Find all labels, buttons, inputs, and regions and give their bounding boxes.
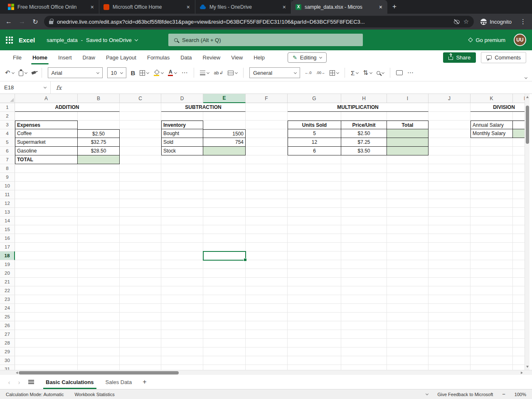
- ribbon-tab-formulas[interactable]: Formulas: [142, 50, 175, 64]
- comments-button[interactable]: Comments: [481, 52, 526, 63]
- cell-J16[interactable]: [429, 234, 470, 243]
- editing-mode-button[interactable]: ✎ Editing: [288, 52, 327, 63]
- cell-A7[interactable]: TOTAL: [15, 155, 78, 164]
- column-header-J[interactable]: J: [429, 94, 470, 103]
- horizontal-scrollbar[interactable]: [0, 370, 532, 375]
- cell-A1[interactable]: ADDITION: [15, 103, 120, 112]
- cell-F22[interactable]: [246, 286, 288, 295]
- autosum-button[interactable]: Σ: [351, 69, 358, 76]
- column-header-I[interactable]: I: [387, 94, 429, 103]
- cell-J1[interactable]: [429, 103, 470, 112]
- cell-C14[interactable]: [120, 217, 161, 225]
- row-header-6[interactable]: 6: [0, 147, 15, 155]
- cell-C9[interactable]: [120, 173, 161, 182]
- cell-C13[interactable]: [120, 208, 161, 217]
- cell-J6[interactable]: [429, 147, 470, 155]
- cell-C15[interactable]: [120, 225, 161, 234]
- cell-E19[interactable]: [203, 260, 246, 269]
- cell-K31[interactable]: [470, 365, 513, 370]
- column-header-L[interactable]: L: [513, 94, 525, 103]
- cell-J30[interactable]: [429, 356, 470, 365]
- cell-G28[interactable]: [288, 339, 341, 347]
- cell-G13[interactable]: [288, 208, 341, 217]
- cell-K27[interactable]: [470, 330, 513, 339]
- cell-D1[interactable]: SUBTRACTION: [161, 103, 246, 112]
- ribbon-tab-home[interactable]: Home: [27, 50, 53, 64]
- cell-G17[interactable]: [288, 243, 341, 251]
- cell-H15[interactable]: [341, 225, 387, 234]
- column-header-F[interactable]: F: [246, 94, 288, 103]
- row-header-7[interactable]: 7: [0, 155, 15, 164]
- cell-L11[interactable]: [513, 190, 525, 199]
- cell-C5[interactable]: [120, 138, 161, 147]
- cell-B19[interactable]: [78, 260, 120, 269]
- address-bar[interactable]: onedrive.live.com/edit.aspx?cid=d63bcf55…: [44, 16, 474, 27]
- cell-D31[interactable]: [161, 365, 203, 370]
- row-header-9[interactable]: 9: [0, 173, 15, 182]
- cell-D10[interactable]: [161, 182, 203, 190]
- row-header-4[interactable]: 4: [0, 129, 15, 138]
- cell-F13[interactable]: [246, 208, 288, 217]
- zoom-out-button[interactable]: −: [502, 391, 505, 397]
- cell-I10[interactable]: [387, 182, 429, 190]
- row-header-19[interactable]: 19: [0, 260, 15, 269]
- cell-E3[interactable]: [203, 121, 246, 129]
- cell-I24[interactable]: [387, 304, 429, 313]
- cell-H4[interactable]: $2.50: [341, 129, 387, 138]
- cell-E15[interactable]: [203, 225, 246, 234]
- cell-B16[interactable]: [78, 234, 120, 243]
- cell-F8[interactable]: [246, 164, 288, 173]
- cell-G23[interactable]: [288, 295, 341, 304]
- cell-L27[interactable]: [513, 330, 525, 339]
- chevron-down-icon[interactable]: [135, 37, 138, 41]
- cell-I9[interactable]: [387, 173, 429, 182]
- cell-J17[interactable]: [429, 243, 470, 251]
- cell-E30[interactable]: [203, 356, 246, 365]
- cell-A16[interactable]: [15, 234, 78, 243]
- cell-C18[interactable]: [120, 251, 161, 260]
- cell-L20[interactable]: [513, 269, 525, 278]
- row-header-8[interactable]: 8: [0, 164, 15, 173]
- cell-H9[interactable]: [341, 173, 387, 182]
- cell-K16[interactable]: [470, 234, 513, 243]
- cell-E27[interactable]: [203, 330, 246, 339]
- cell-C16[interactable]: [120, 234, 161, 243]
- cell-B8[interactable]: [78, 164, 120, 173]
- cell-A9[interactable]: [15, 173, 78, 182]
- zoom-level[interactable]: 100%: [515, 392, 526, 397]
- cell-A13[interactable]: [15, 208, 78, 217]
- cell-E5[interactable]: 754: [203, 138, 246, 147]
- cell-L25[interactable]: [513, 313, 525, 321]
- cell-A31[interactable]: [15, 365, 78, 370]
- row-header-31[interactable]: 31: [0, 365, 15, 370]
- more-font-options-button[interactable]: ⋯: [181, 69, 188, 76]
- row-header-10[interactable]: 10: [0, 182, 15, 190]
- cell-G5[interactable]: 12: [288, 138, 341, 147]
- cell-A15[interactable]: [15, 225, 78, 234]
- cell-K18[interactable]: [470, 251, 513, 260]
- cell-H17[interactable]: [341, 243, 387, 251]
- cell-L28[interactable]: [513, 339, 525, 347]
- ribbon-tab-draw[interactable]: Draw: [77, 50, 101, 64]
- cell-J3[interactable]: [429, 121, 470, 129]
- row-header-16[interactable]: 16: [0, 234, 15, 243]
- next-sheet-button[interactable]: ›: [14, 379, 24, 386]
- scroll-down-icon[interactable]: [526, 366, 529, 368]
- cell-C17[interactable]: [120, 243, 161, 251]
- cell-G8[interactable]: [288, 164, 341, 173]
- cell-I5[interactable]: [387, 138, 429, 147]
- cell-G21[interactable]: [288, 278, 341, 286]
- cell-A11[interactable]: [15, 190, 78, 199]
- row-header-2[interactable]: 2: [0, 112, 15, 121]
- row-header-21[interactable]: 21: [0, 278, 15, 286]
- cell-K29[interactable]: [470, 347, 513, 356]
- cell-E31[interactable]: [203, 365, 246, 370]
- row-header-30[interactable]: 30: [0, 356, 15, 365]
- cell-J21[interactable]: [429, 278, 470, 286]
- column-header-D[interactable]: D: [161, 94, 203, 103]
- cell-F23[interactable]: [246, 295, 288, 304]
- cell-F2[interactable]: [246, 112, 288, 121]
- align-button[interactable]: [200, 71, 209, 75]
- go-premium-button[interactable]: Go premium: [469, 37, 505, 43]
- cell-F25[interactable]: [246, 313, 288, 321]
